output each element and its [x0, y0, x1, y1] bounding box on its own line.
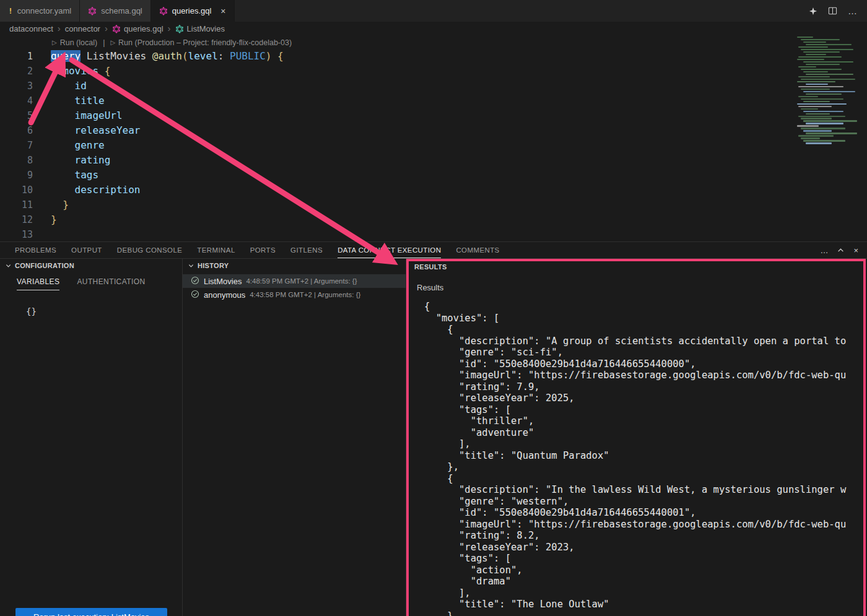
- run-local-link[interactable]: ▷ Run (local): [52, 38, 97, 47]
- minimap-line: [801, 79, 855, 80]
- rerun-button[interactable]: Rerun last execution: ListMovies: [15, 608, 167, 616]
- authentication-tab[interactable]: AUTHENTICATION: [77, 277, 145, 290]
- more-actions-icon[interactable]: …: [848, 6, 857, 16]
- run-production-link[interactable]: ▷ Run (Production – Project: friendly-fl…: [110, 38, 292, 47]
- configuration-section: CONFIGURATION VARIABLES AUTHENTICATION {…: [0, 259, 183, 616]
- json-line: "description": "In the lawless Wild West…: [424, 484, 867, 496]
- code-text: description: [33, 183, 141, 197]
- minimap-line: [798, 96, 818, 97]
- play-icon: ▷: [52, 39, 57, 46]
- history-item-meta: 4:43:58 PM GMT+2 | Arguments: {}: [250, 291, 360, 298]
- token: @auth: [152, 50, 182, 62]
- codelens-separator: |: [103, 38, 105, 47]
- panel-maximize-icon[interactable]: [837, 247, 844, 254]
- breadcrumb-item-connector[interactable]: connector: [65, 24, 100, 33]
- json-line: "adventure": [424, 427, 867, 439]
- token: }: [51, 214, 57, 225]
- variables-tab[interactable]: VARIABLES: [17, 277, 59, 290]
- results-header[interactable]: RESULTS: [406, 259, 867, 272]
- panel-actions: … ×: [820, 246, 858, 255]
- code-line: 6 releaseYear: [0, 123, 795, 138]
- code-text: title: [33, 93, 105, 108]
- minimap-line: [798, 86, 843, 87]
- minimap-line: [806, 123, 843, 124]
- panel-tab-data-connect-execution[interactable]: DATA CONNECT EXECUTION: [338, 242, 441, 258]
- token: [81, 50, 87, 62]
- tab-label: schema.gql: [101, 6, 142, 15]
- panel-tab-comments[interactable]: COMMENTS: [456, 242, 499, 258]
- history-header[interactable]: HISTORY: [183, 259, 406, 272]
- minimap-line: [801, 108, 818, 110]
- minimap-line: [798, 135, 834, 136]
- editor-tab-bar: !connector.yamlschema.gqlqueries.gql× …: [0, 0, 867, 22]
- configuration-tabs: VARIABLES AUTHENTICATION: [0, 272, 182, 290]
- breadcrumb-item-ListMovies[interactable]: ListMovies: [175, 24, 225, 33]
- history-title: HISTORY: [198, 262, 229, 269]
- split-editor-icon[interactable]: [828, 6, 837, 15]
- token: [146, 50, 152, 62]
- token: imageUrl: [75, 110, 123, 121]
- line-number: 4: [0, 93, 33, 108]
- tab-schema-gql[interactable]: schema.gql: [80, 0, 150, 22]
- minimap-line: [803, 71, 828, 72]
- token: movies: [63, 65, 98, 77]
- breadcrumb-item-queries-gql[interactable]: queries.gql: [112, 24, 163, 33]
- panel-tab-terminal[interactable]: TERMINAL: [197, 242, 235, 258]
- token: (: [182, 50, 188, 62]
- history-item-ListMovies[interactable]: ListMovies4:48:59 PM GMT+2 | Arguments: …: [183, 274, 406, 288]
- history-item-anonymous[interactable]: anonymous4:43:58 PM GMT+2 | Arguments: {…: [183, 288, 406, 301]
- breadcrumb-label: ListMovies: [187, 24, 225, 33]
- variables-value[interactable]: {}: [0, 290, 182, 316]
- minimap-line: [798, 56, 842, 58]
- panel-tab-gitlens[interactable]: GITLENS: [290, 242, 323, 258]
- code-text: imageUrl: [33, 108, 123, 123]
- json-line: {: [424, 473, 867, 485]
- json-line: ],: [424, 588, 867, 599]
- line-number: 3: [0, 79, 33, 93]
- minimap-line: [806, 44, 852, 45]
- minimap-line: [797, 103, 847, 105]
- results-json[interactable]: { "movies": [ { "description": "A group …: [406, 301, 867, 616]
- minimap-line: [806, 54, 826, 55]
- tab-queries-gql[interactable]: queries.gql×: [151, 0, 235, 22]
- minimap-line: [797, 37, 813, 38]
- configuration-header[interactable]: CONFIGURATION: [0, 259, 182, 272]
- json-line: "title": "The Lone Outlaw": [424, 599, 867, 610]
- panel-tab-debug-console[interactable]: DEBUG CONSOLE: [117, 242, 183, 258]
- panel-tab-output[interactable]: OUTPUT: [71, 242, 102, 258]
- json-line: "drama": [424, 576, 867, 588]
- token: rating: [75, 154, 111, 166]
- json-line: "title": "Quantum Paradox": [424, 450, 867, 462]
- code-line: 9 tags: [0, 168, 795, 183]
- code-lines[interactable]: 1query ListMovies @auth(level: PUBLIC) {…: [0, 49, 795, 241]
- panel-more-icon[interactable]: …: [820, 246, 828, 255]
- minimap-line: [798, 66, 816, 67]
- panel-tab-ports[interactable]: PORTS: [250, 242, 276, 258]
- code-text: rating: [33, 153, 110, 168]
- json-line: ],: [424, 438, 867, 450]
- vscode-window: !connector.yamlschema.gqlqueries.gql× … …: [0, 0, 867, 616]
- json-line: "genre": "western",: [424, 496, 867, 508]
- minimap-line: [803, 51, 840, 53]
- minimap-line: [797, 59, 824, 60]
- json-line: "genre": "sci-fi",: [424, 347, 867, 358]
- minimap-line: [801, 49, 853, 50]
- panel-tab-problems[interactable]: PROBLEMS: [15, 242, 56, 258]
- line-number: 11: [0, 197, 33, 212]
- panel-body: CONFIGURATION VARIABLES AUTHENTICATION {…: [0, 259, 867, 616]
- panel-close-icon[interactable]: ×: [853, 246, 858, 255]
- minimap[interactable]: [795, 36, 867, 241]
- code-text: movies {: [33, 64, 110, 79]
- token: [51, 169, 75, 181]
- editor-tabs: !connector.yamlschema.gqlqueries.gql×: [0, 0, 235, 22]
- breadcrumb-item-dataconnect[interactable]: dataconnect: [9, 24, 53, 33]
- minimap-line: [801, 118, 832, 119]
- minimap-line: [806, 74, 853, 75]
- results-label: Results: [417, 283, 867, 292]
- copilot-sparkle-icon[interactable]: [809, 7, 817, 15]
- minimap-line: [797, 81, 835, 82]
- line-number: 6: [0, 123, 33, 138]
- tab-connector-yaml[interactable]: !connector.yaml: [0, 0, 80, 22]
- close-tab-icon[interactable]: ×: [220, 7, 225, 15]
- json-line: "tags": [: [424, 553, 867, 565]
